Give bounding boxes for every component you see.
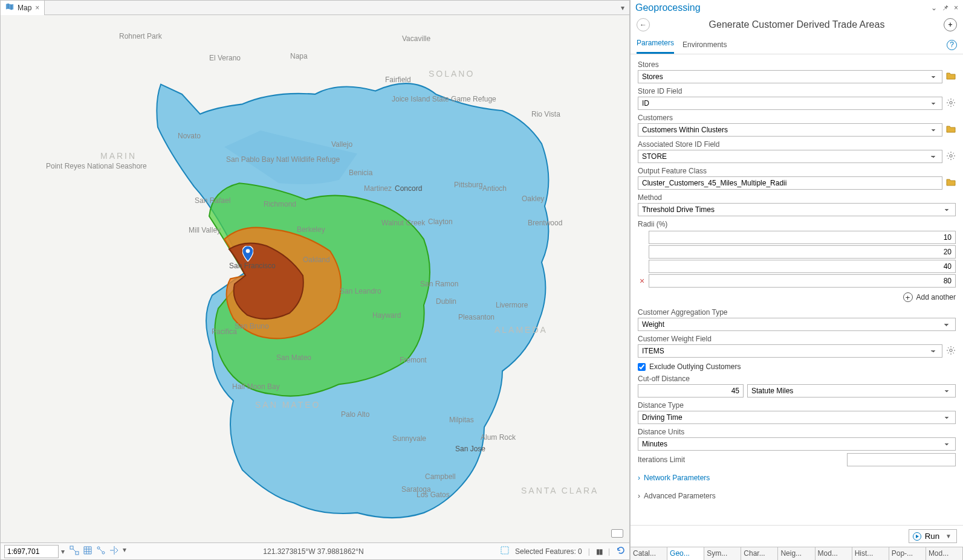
store-pin[interactable]	[242, 246, 253, 262]
gear-icon[interactable]	[946, 346, 956, 357]
output-label: Output Feature Class	[638, 166, 956, 176]
add-another-button[interactable]: + Add another	[638, 289, 956, 304]
selected-features: Selected Features: 0	[515, 547, 582, 556]
gear-icon[interactable]	[946, 98, 956, 109]
map-tab-bar: Map × ▾	[1, 1, 629, 15]
cutoff-input[interactable]	[638, 384, 744, 397]
svg-rect-6	[501, 547, 508, 554]
tab-environments[interactable]: Environments	[683, 37, 727, 54]
storeid-select[interactable]: ID	[638, 97, 942, 110]
status-tools: ▾	[70, 546, 126, 557]
map-status-bar: ▾ ▾ 121.3273815°W 37.9881862°N Selected …	[1, 542, 629, 559]
bottom-tab[interactable]: Catal...	[631, 547, 667, 560]
method-select[interactable]: Threshold Drive Times	[638, 203, 956, 216]
folder-icon[interactable]	[946, 124, 956, 136]
radius-input[interactable]	[649, 245, 956, 259]
radii-label: Radii (%)	[638, 219, 956, 230]
stores-label: Stores	[638, 59, 956, 70]
svg-point-8	[950, 154, 952, 156]
chevron-down-icon[interactable]: ▾	[616, 4, 629, 12]
run-button[interactable]: Run ▼	[909, 529, 957, 543]
delete-radius-button[interactable]: ×	[638, 276, 646, 286]
chevron-down-icon[interactable]: ▾	[61, 547, 65, 556]
svg-point-9	[950, 349, 952, 351]
cutoff-label: Cut-off Distance	[638, 373, 956, 384]
bottom-tab[interactable]: Mod...	[815, 547, 852, 560]
map-icon	[5, 2, 14, 13]
agg-select[interactable]: Weight	[638, 318, 956, 331]
bottom-tab[interactable]: Geo...	[667, 547, 704, 560]
play-icon	[913, 532, 921, 541]
basemap-constraint-icon[interactable]	[611, 529, 623, 538]
svg-rect-3	[76, 552, 79, 555]
plus-icon: +	[903, 292, 913, 302]
back-button[interactable]: ←	[637, 18, 650, 31]
panel-bottom-tabs: Catal...Geo...Sym...Char...Neig...Mod...…	[631, 547, 963, 560]
tool-title: Generate Customer Derived Trade Areas	[650, 19, 944, 30]
selection-indicator-icon	[501, 546, 509, 556]
map-tab[interactable]: Map ×	[1, 1, 45, 15]
customers-select[interactable]: Customers Within Clusters	[638, 123, 942, 137]
radius-input[interactable]	[649, 231, 956, 244]
map-tab-title: Map	[18, 4, 31, 12]
assoc-label: Associated Store ID Field	[638, 139, 956, 150]
bottom-tab[interactable]: Hist...	[852, 547, 889, 560]
bottom-tab[interactable]: Pop-...	[889, 547, 926, 560]
agg-label: Customer Aggregation Type	[638, 307, 956, 318]
snap2-icon[interactable]	[96, 546, 106, 557]
correction-icon[interactable]	[109, 546, 119, 557]
bottom-tab[interactable]: Mod...	[926, 547, 963, 560]
map-canvas[interactable]: Rohnert ParkVacavilleEl VeranoNapaSOLANO…	[1, 15, 629, 542]
scale-input[interactable]	[4, 545, 59, 558]
svg-point-4	[97, 547, 100, 549]
geoprocessing-panel: Geoprocessing ⌄ 📌︎ × ← Generate Customer…	[630, 0, 963, 560]
radius-input[interactable]	[649, 260, 956, 273]
chevron-down-icon[interactable]: ▼	[945, 533, 952, 539]
map-layers	[1, 15, 629, 542]
method-label: Method	[638, 192, 956, 203]
bottom-tab[interactable]: Neig...	[778, 547, 815, 560]
svg-point-1	[246, 249, 250, 253]
output-input[interactable]	[638, 176, 942, 190]
iter-input[interactable]	[847, 453, 956, 466]
refresh-icon[interactable]	[616, 546, 626, 557]
exclude-label: Exclude Outlying Customers	[649, 362, 741, 371]
pin-icon[interactable]: 📌︎	[942, 4, 949, 12]
svg-point-7	[950, 101, 952, 103]
assoc-select[interactable]: STORE	[638, 150, 942, 163]
gear-icon[interactable]	[946, 151, 956, 163]
pause-icon[interactable]: ▮▮	[596, 547, 602, 556]
cutoff-units-select[interactable]: Statute Miles	[747, 384, 956, 397]
radius-input[interactable]	[649, 274, 956, 288]
chevron-down-icon[interactable]: ⌄	[931, 4, 937, 12]
dunits-label: Distance Units	[638, 426, 956, 437]
grid-icon[interactable]	[83, 546, 92, 557]
chevron-down-icon[interactable]: ▾	[123, 546, 126, 557]
folder-icon[interactable]	[946, 178, 956, 189]
dtype-select[interactable]: Driving Time	[638, 411, 956, 424]
bottom-tab[interactable]: Sym...	[704, 547, 741, 560]
add-button[interactable]: +	[944, 18, 957, 31]
panel-title: Geoprocessing	[635, 2, 701, 13]
exclude-checkbox[interactable]	[638, 363, 646, 371]
weight-select[interactable]: ITEMS	[638, 344, 942, 358]
svg-point-5	[102, 552, 105, 554]
coordinates-readout: 121.3273815°W 37.9881862°N	[131, 547, 496, 556]
dunits-select[interactable]: Minutes	[638, 437, 956, 451]
folder-icon[interactable]	[946, 71, 956, 83]
close-icon[interactable]: ×	[954, 4, 958, 12]
network-params-expand[interactable]: Network Parameters	[638, 469, 956, 487]
iter-label: Iterations Limit	[638, 454, 685, 465]
weight-label: Customer Weight Field	[638, 333, 956, 344]
help-icon[interactable]: ?	[947, 40, 957, 50]
advanced-params-expand[interactable]: Advanced Parameters	[638, 487, 956, 505]
parameters-form: Stores Stores Store ID Field ID Customer…	[631, 54, 963, 525]
bottom-tab[interactable]: Char...	[741, 547, 778, 560]
snap-icon[interactable]	[70, 546, 79, 557]
dtype-label: Distance Type	[638, 400, 956, 411]
tab-parameters[interactable]: Parameters	[637, 35, 674, 54]
stores-select[interactable]: Stores	[638, 70, 942, 83]
close-icon[interactable]: ×	[35, 4, 39, 12]
map-pane: Map × ▾ Rohnert ParkVacavi	[0, 0, 630, 560]
storeid-label: Store ID Field	[638, 86, 956, 97]
